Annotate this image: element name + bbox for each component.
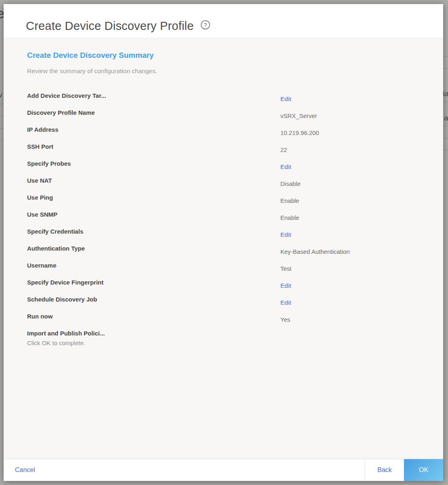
- ok-button[interactable]: OK: [404, 459, 443, 481]
- row-label: Username: [27, 261, 280, 270]
- edit-link-specify-probes[interactable]: Edit: [280, 163, 291, 170]
- row-value: Key-Based Authentication: [280, 247, 431, 256]
- summary-subtitle: Review the summary of configuration chan…: [27, 67, 431, 75]
- row-label: Use Ping: [27, 193, 280, 202]
- dialog-header: Create Device Discovery Profile ?: [4, 4, 443, 38]
- summary-row: Use NAT Disable: [27, 176, 431, 185]
- row-value: Test: [280, 264, 431, 273]
- edit-link-add-device-discovery-target[interactable]: Edit: [280, 95, 291, 102]
- section-title: Import and Publish Polici...: [27, 329, 280, 338]
- row-label: SSH Port: [27, 142, 280, 151]
- summary-row: Run now Yes: [27, 312, 431, 321]
- background-row-divider: [443, 56, 448, 57]
- summary-row: IP Address 10.219.96.200: [27, 125, 431, 134]
- section-title: Specify Probes: [27, 159, 280, 168]
- dialog-footer: Cancel Back OK: [4, 459, 443, 481]
- section-specify-device-fingerprint: Specify Device Fingerprint Edit: [27, 278, 431, 287]
- row-value: 22: [280, 146, 431, 154]
- edit-link-specify-credentials[interactable]: Edit: [280, 231, 291, 238]
- background-row-divider: [0, 140, 4, 141]
- section-add-device-discovery-target: Add Device Discovery Tar... Edit: [27, 91, 431, 100]
- summary-row: Authentication Type Key-Based Authentica…: [27, 244, 431, 253]
- dialog-title: Create Device Discovery Profile: [26, 19, 194, 32]
- section-import-and-publish-policies: Import and Publish Polici...: [27, 329, 431, 338]
- row-value: Yes: [280, 315, 431, 324]
- background-text-fragment: w: [0, 91, 2, 99]
- back-button[interactable]: Back: [365, 459, 404, 481]
- summary-row: Use Ping Enable: [27, 193, 431, 202]
- row-value: Enable: [280, 213, 431, 222]
- summary-rows: Add Device Discovery Tar... Edit Discove…: [27, 91, 431, 348]
- section-specify-credentials: Specify Credentials Edit: [27, 227, 431, 236]
- background-row-divider: [0, 104, 4, 104]
- section-title: Schedule Discovery Job: [27, 295, 280, 304]
- row-value: Disable: [280, 179, 431, 188]
- section-title: Specify Credentials: [27, 227, 280, 236]
- background-text-fragment: ia: [443, 89, 448, 98]
- row-label: IP Address: [27, 125, 280, 134]
- row-label: Authentication Type: [27, 244, 280, 253]
- summary-heading: Create Device Discovery Summary: [27, 51, 431, 60]
- summary-row: Use SNMP Enable: [27, 210, 431, 219]
- background-row-divider: [443, 101, 448, 102]
- row-value: 10.219.96.200: [280, 129, 431, 137]
- row-label: Use SNMP: [27, 210, 280, 219]
- row-label: Run now: [27, 312, 280, 321]
- create-device-discovery-profile-dialog: Create Device Discovery Profile ? Create…: [4, 4, 443, 481]
- row-label: Discovery Profile Name: [27, 108, 280, 117]
- footer-spacer: [35, 459, 365, 481]
- background-text-fragment: a: [444, 114, 448, 122]
- background-row-divider: [443, 138, 448, 138]
- summary-row: Username Test: [27, 261, 431, 270]
- row-value: vSRX_Server: [280, 112, 431, 120]
- cancel-button[interactable]: Cancel: [15, 466, 35, 474]
- edit-link-schedule-discovery-job[interactable]: Edit: [280, 299, 291, 306]
- section-specify-probes: Specify Probes Edit: [27, 159, 431, 168]
- section-title: Specify Device Fingerprint: [27, 278, 280, 287]
- background-row-divider: [0, 116, 4, 116]
- background-row-divider: [443, 126, 448, 126]
- background-row-divider: [443, 68, 448, 69]
- summary-row: SSH Port 22: [27, 142, 431, 151]
- row-label: Use NAT: [27, 176, 280, 185]
- summary-row: Discovery Profile Name vSRX_Server: [27, 108, 431, 117]
- row-value: Enable: [280, 196, 431, 205]
- section-title: Add Device Discovery Tar...: [27, 91, 280, 100]
- background-row-divider: [0, 128, 4, 129]
- background-row-divider: [443, 150, 448, 150]
- dialog-body: Create Device Discovery Summary Review t…: [4, 38, 443, 459]
- edit-link-specify-device-fingerprint[interactable]: Edit: [280, 282, 291, 289]
- help-icon[interactable]: ?: [201, 20, 210, 30]
- section-schedule-discovery-job: Schedule Discovery Job Edit: [27, 295, 431, 304]
